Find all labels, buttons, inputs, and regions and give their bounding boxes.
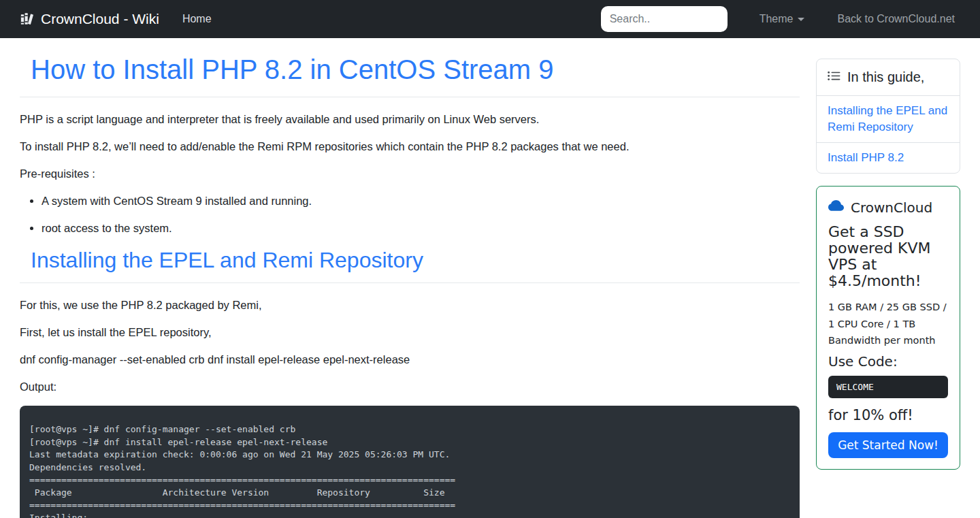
section-heading-epel-remi: Installing the EPEL and Remi Repository xyxy=(20,247,800,273)
coupon-code[interactable]: WELCOME xyxy=(828,376,948,398)
theme-dropdown[interactable]: Theme xyxy=(760,13,805,25)
promo-card: CrownCloud Get a SSD powered KVM VPS at … xyxy=(816,186,960,470)
terminal-output-block[interactable]: [root@vps ~]# dnf config-manager --set-e… xyxy=(20,406,800,518)
intro-paragraph-2: To install PHP 8.2, we’ll need to add/en… xyxy=(20,138,800,155)
use-code-label: Use Code: xyxy=(828,353,948,370)
back-to-crowncloud-link[interactable]: Back to CrownCloud.net xyxy=(837,13,955,25)
divider xyxy=(20,282,800,283)
toc-link-install-php[interactable]: Install PHP 8.2 xyxy=(817,142,960,173)
top-navbar: CrownCloud - Wiki Home Theme Back to Cro… xyxy=(0,0,980,38)
books-icon xyxy=(20,12,35,27)
prerequisites-label: Pre-requisites : xyxy=(20,165,800,182)
promo-header: CrownCloud xyxy=(828,198,948,217)
intro-paragraph-1: PHP is a script language and interpreter… xyxy=(20,111,800,127)
promo-headline: Get a SSD powered KVM VPS at $4.5/month! xyxy=(828,224,948,289)
theme-label: Theme xyxy=(760,13,794,25)
toc-card: In this guide, Installing the EPEL and R… xyxy=(816,59,960,174)
page-content: How to Install PHP 8.2 in CentOS Stream … xyxy=(0,38,980,518)
article: How to Install PHP 8.2 in CentOS Stream … xyxy=(20,54,800,518)
page-title: How to Install PHP 8.2 in CentOS Stream … xyxy=(20,54,800,84)
navbar-right: Theme Back to CrownCloud.net xyxy=(601,6,955,32)
sidebar: In this guide, Installing the EPEL and R… xyxy=(816,59,960,470)
brand-title: CrownCloud - Wiki xyxy=(41,11,159,27)
promo-specs: 1 GB RAM / 25 GB SSD / 1 CPU Core / 1 TB… xyxy=(828,299,948,349)
section-paragraph-2: First, let us install the EPEL repositor… xyxy=(20,324,800,340)
brand[interactable]: CrownCloud - Wiki xyxy=(20,11,159,27)
toc-link-epel-remi[interactable]: Installing the EPEL and Remi Repository xyxy=(817,96,960,142)
toc-title: In this guide, xyxy=(847,69,924,85)
search-input[interactable] xyxy=(601,6,728,32)
list-item: A system with CentOS Stream 9 installed … xyxy=(42,193,800,209)
get-started-button[interactable]: Get Started Now! xyxy=(828,432,948,458)
discount-text: for 10% off! xyxy=(828,407,948,423)
prerequisites-list: A system with CentOS Stream 9 installed … xyxy=(20,193,800,236)
list-item: root access to the system. xyxy=(42,220,800,236)
section-paragraph-1: For this, we use the PHP 8.2 packaged by… xyxy=(20,297,800,313)
divider xyxy=(20,97,800,97)
promo-brand: CrownCloud xyxy=(851,199,932,216)
command-text: dnf config-manager --set-enabled crb dnf… xyxy=(20,351,800,368)
list-icon xyxy=(828,69,840,85)
cloud-icon xyxy=(828,198,844,217)
output-label: Output: xyxy=(20,378,800,395)
toc-header: In this guide, xyxy=(817,59,960,96)
chevron-down-icon xyxy=(798,18,804,21)
nav-home-link[interactable]: Home xyxy=(182,13,212,25)
